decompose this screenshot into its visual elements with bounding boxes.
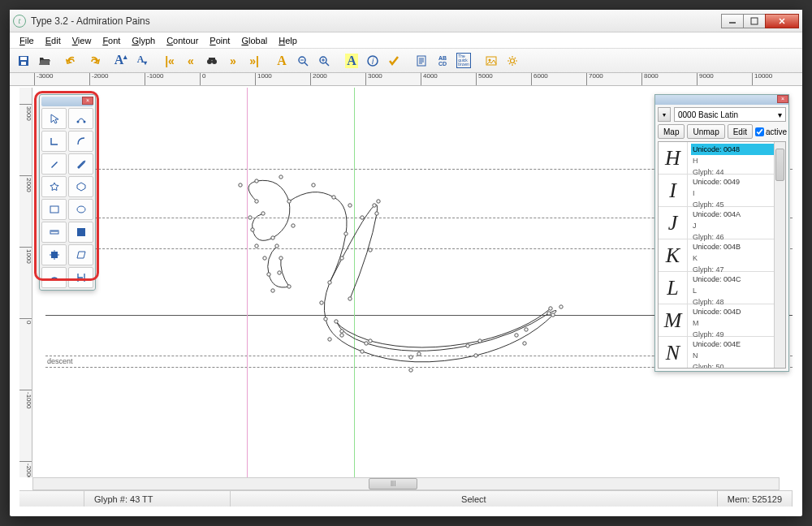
first-icon[interactable]: |« <box>159 51 180 71</box>
prev-icon[interactable]: « <box>180 51 201 71</box>
control-point[interactable] <box>287 285 291 288</box>
control-point[interactable] <box>340 257 343 260</box>
line-icon[interactable] <box>41 267 67 288</box>
image-icon[interactable] <box>481 51 502 71</box>
zoom-in-icon[interactable] <box>313 51 335 71</box>
font-smaller-icon[interactable]: A▾ <box>132 51 153 71</box>
skew-icon[interactable] <box>68 244 93 265</box>
control-point[interactable] <box>344 232 348 235</box>
glyph-outline[interactable] <box>200 169 590 380</box>
control-point[interactable] <box>361 216 364 219</box>
control-point[interactable] <box>409 356 412 359</box>
transform-icon[interactable] <box>41 244 67 265</box>
control-point[interactable] <box>348 204 352 207</box>
control-point[interactable] <box>239 183 242 187</box>
glyph-list-item[interactable]: HUnicode: 0048HGlyph: 44 <box>659 142 785 175</box>
active-checkbox[interactable]: active <box>755 127 787 136</box>
gear-icon[interactable] <box>502 51 523 71</box>
pen-icon[interactable] <box>41 153 67 175</box>
glyph-list-item[interactable]: KUnicode: 004BKGlyph: 47 <box>659 239 785 272</box>
glyph-panel-titlebar[interactable]: × <box>655 95 788 105</box>
menu-edit[interactable]: Edit <box>41 34 66 47</box>
range-prev-button[interactable]: ▾ <box>658 107 671 122</box>
undo-icon[interactable] <box>62 51 83 71</box>
corner-icon[interactable] <box>41 131 67 152</box>
control-point[interactable] <box>275 244 279 248</box>
menu-font[interactable]: Font <box>97 34 125 47</box>
active-checkbox-input[interactable] <box>755 127 764 136</box>
fill-icon[interactable] <box>68 222 93 243</box>
palette-close-icon[interactable]: × <box>82 97 93 105</box>
binoculars-icon[interactable] <box>201 51 222 71</box>
last-icon[interactable]: »| <box>244 51 265 71</box>
control-point[interactable] <box>328 338 331 341</box>
glyph-list-item[interactable]: MUnicode: 004DMGlyph: 49 <box>659 304 785 337</box>
control-point[interactable] <box>292 224 295 227</box>
control-point[interactable] <box>255 200 258 203</box>
control-point[interactable] <box>267 273 270 276</box>
control-point[interactable] <box>478 339 482 343</box>
control-point[interactable] <box>248 216 252 219</box>
abcd-icon[interactable]: ABCD <box>432 51 453 71</box>
glyph-list-item[interactable]: IUnicode: 0049IGlyph: 45 <box>659 175 785 207</box>
rect-icon[interactable] <box>41 199 67 220</box>
control-point[interactable] <box>261 212 265 215</box>
ellipse-icon[interactable] <box>68 199 93 220</box>
control-point[interactable] <box>251 228 254 231</box>
tool-palette[interactable]: × <box>39 94 96 291</box>
control-point[interactable] <box>340 334 343 337</box>
scrollbar-horizontal[interactable]: ||| <box>32 477 780 490</box>
scrollbar-thumb[interactable]: ||| <box>369 478 417 489</box>
control-point[interactable] <box>271 289 274 292</box>
control-point[interactable] <box>559 305 563 308</box>
control-point[interactable] <box>515 334 518 337</box>
control-point[interactable] <box>328 281 331 284</box>
control-point[interactable] <box>361 350 364 353</box>
ruler-icon[interactable] <box>41 222 67 243</box>
control-point[interactable] <box>523 342 526 345</box>
control-point[interactable] <box>340 330 343 333</box>
pointer-icon[interactable] <box>41 108 67 129</box>
control-point[interactable] <box>551 313 555 317</box>
control-point[interactable] <box>278 271 281 274</box>
menu-glyph[interactable]: Glyph <box>127 34 160 47</box>
palette-titlebar[interactable]: × <box>41 97 93 106</box>
curve-icon[interactable] <box>68 131 93 152</box>
highlight-icon[interactable]: A <box>341 51 362 71</box>
control-point[interactable] <box>377 200 380 203</box>
map-button[interactable]: Map <box>658 124 685 139</box>
control-point[interactable] <box>369 248 372 252</box>
edit-button[interactable]: Edit <box>728 124 753 139</box>
glyph-list[interactable]: HUnicode: 0048HGlyph: 44IUnicode: 0049IG… <box>658 141 786 369</box>
control-point[interactable] <box>335 320 338 323</box>
open-icon[interactable] <box>34 51 55 71</box>
menu-global[interactable]: Global <box>236 34 272 47</box>
next-icon[interactable]: » <box>222 51 244 71</box>
font-bigger-icon[interactable]: A▴ <box>110 51 132 71</box>
maximize-button[interactable] <box>743 14 766 28</box>
control-point[interactable] <box>466 344 469 347</box>
control-point[interactable] <box>279 175 283 179</box>
save-icon[interactable] <box>13 51 34 71</box>
polygon-icon[interactable] <box>68 176 93 197</box>
menu-point[interactable]: Point <box>205 34 235 47</box>
redo-icon[interactable] <box>83 51 104 71</box>
menu-help[interactable]: Help <box>274 34 302 47</box>
control-point[interactable] <box>474 354 477 357</box>
zoom-font-icon[interactable]: A <box>271 51 292 71</box>
control-point[interactable] <box>332 196 335 199</box>
control-point[interactable] <box>255 179 258 183</box>
control-point[interactable] <box>324 317 327 321</box>
minimize-button[interactable] <box>721 14 744 28</box>
zoom-out-icon[interactable] <box>292 51 313 71</box>
unmap-button[interactable]: Unmap <box>687 124 724 139</box>
glyph-list-item[interactable]: NUnicode: 004ENGlyph: 50 <box>659 337 785 369</box>
control-point[interactable] <box>365 342 368 345</box>
control-point[interactable] <box>287 200 291 203</box>
control-point[interactable] <box>271 236 274 239</box>
control-point[interactable] <box>312 183 315 187</box>
close-button[interactable] <box>765 14 799 28</box>
control-point[interactable] <box>525 328 528 331</box>
scrollbar-thumb[interactable] <box>775 149 784 181</box>
control-point[interactable] <box>279 257 283 260</box>
